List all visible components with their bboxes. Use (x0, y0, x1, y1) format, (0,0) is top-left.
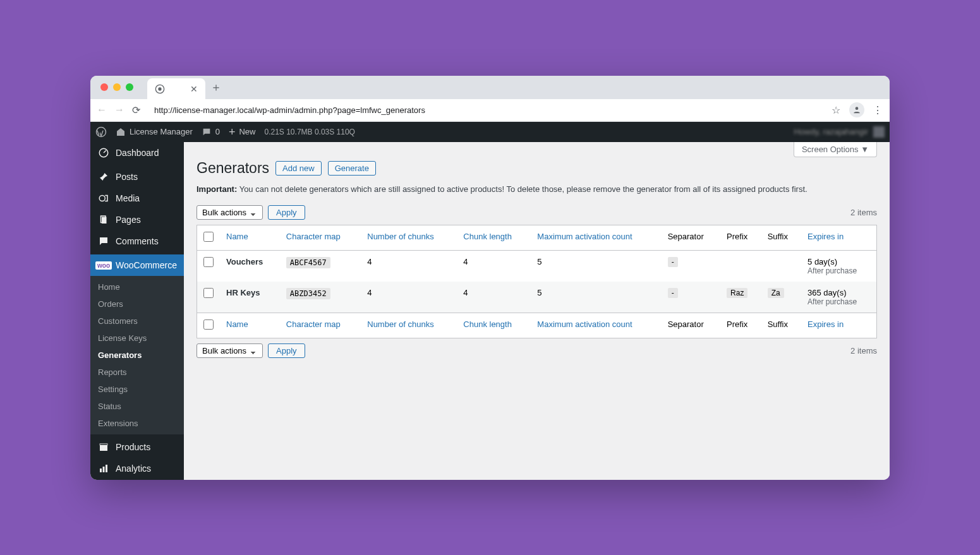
sidebar-item-media[interactable]: Media (90, 188, 184, 209)
apply-button[interactable]: Apply (268, 205, 305, 220)
submenu-item-generators[interactable]: Generators (90, 347, 184, 364)
tablenav-bottom: Bulk actions Apply 2 items (197, 343, 877, 358)
new-tab-button[interactable]: ＋ (210, 80, 222, 95)
svg-rect-8 (100, 445, 107, 451)
sidebar-item-analytics[interactable]: Analytics (90, 458, 184, 479)
user-avatar (873, 126, 885, 138)
svg-rect-11 (103, 467, 105, 472)
close-window-button[interactable] (100, 83, 108, 91)
submenu-item-license-keys[interactable]: License Keys (90, 330, 184, 347)
add-new-button[interactable]: Add new (275, 161, 322, 176)
profile-button[interactable] (849, 102, 864, 117)
row-name[interactable]: Vouchers (226, 257, 263, 266)
submenu-item-reports[interactable]: Reports (90, 364, 184, 381)
cell-maxact: 5 (531, 282, 661, 313)
woocommerce-submenu: Home Orders Customers License Keys Gener… (90, 276, 184, 434)
cell-chunks: 4 (361, 250, 457, 282)
select-all-checkbox-footer[interactable] (203, 319, 214, 330)
sidebar-item-products[interactable]: Products (90, 436, 184, 458)
browser-titlebar: ✕ ＋ (90, 76, 890, 99)
cell-separator: - (668, 257, 678, 267)
svg-rect-9 (100, 444, 107, 445)
column-chunklen[interactable]: Chunk length (457, 225, 531, 250)
sidebar-item-woocommerce[interactable]: woo WooCommerce (90, 254, 184, 276)
window-controls (100, 83, 133, 91)
column-chunks[interactable]: Number of chunks (361, 313, 457, 338)
row-checkbox[interactable] (203, 257, 214, 267)
column-charmap[interactable]: Character map (280, 225, 361, 250)
cell-expires-sub: After purchase (808, 266, 870, 275)
bulk-actions-select[interactable]: Bulk actions (197, 205, 263, 220)
reload-button[interactable]: ⟳ (132, 104, 140, 116)
row-name[interactable]: HR Keys (226, 288, 260, 297)
screen-options-button[interactable]: Screen Options ▼ (794, 142, 877, 157)
user-greeting[interactable]: Howdy, razajahangir (794, 126, 885, 138)
browser-window: ✕ ＋ ← → ⟳ ☆ ⋮ License Manager 0 (90, 76, 890, 480)
page-icon (98, 214, 109, 225)
sidebar-item-label: Comments (116, 236, 159, 246)
url-input[interactable] (148, 105, 823, 115)
submenu-item-settings[interactable]: Settings (90, 381, 184, 398)
cell-expires-sub: After purchase (808, 297, 870, 306)
table-footer-row: Name Character map Number of chunks Chun… (197, 313, 877, 338)
kebab-menu-icon[interactable]: ⋮ (872, 104, 883, 116)
performance-stats: 0.21S 10.7MB 0.03S 110Q (265, 128, 355, 136)
submenu-item-orders[interactable]: Orders (90, 295, 184, 313)
cell-charmap: ABZD3452 (286, 288, 330, 299)
close-tab-button[interactable]: ✕ (190, 84, 198, 94)
column-suffix: Suffix (761, 225, 801, 250)
column-expires[interactable]: Expires in (801, 225, 876, 250)
cell-expires: 5 day(s) (808, 257, 837, 266)
column-chunklen[interactable]: Chunk length (457, 313, 531, 338)
site-link[interactable]: License Manager (116, 127, 193, 137)
comment-count: 0 (215, 127, 220, 136)
star-icon[interactable]: ☆ (830, 104, 842, 116)
svg-point-2 (856, 107, 859, 110)
submenu-item-status[interactable]: Status (90, 398, 184, 415)
column-name[interactable]: Name (220, 313, 280, 338)
submenu-item-home[interactable]: Home (90, 278, 184, 295)
sidebar-item-pages[interactable]: Pages (90, 209, 184, 230)
column-maxact[interactable]: Maximum activation count (531, 225, 661, 250)
column-charmap[interactable]: Character map (280, 313, 361, 338)
generate-button[interactable]: Generate (328, 161, 376, 176)
column-prefix: Prefix (720, 225, 761, 250)
forward-button[interactable]: → (114, 104, 124, 116)
column-maxact[interactable]: Maximum activation count (531, 313, 661, 338)
comments-link[interactable]: 0 (202, 127, 220, 137)
column-chunks[interactable]: Number of chunks (361, 225, 457, 250)
sidebar-item-label: WooCommerce (116, 260, 177, 270)
column-prefix: Prefix (720, 313, 761, 338)
column-separator: Separator (662, 225, 720, 250)
minimize-window-button[interactable] (113, 83, 121, 91)
wp-logo[interactable] (95, 126, 107, 138)
cell-suffix (761, 250, 801, 282)
table-row: HR Keys ABZD3452 4 4 5 - Raz Za 365 day(… (197, 282, 877, 313)
items-count: 2 items (850, 208, 877, 217)
cell-prefix (720, 250, 761, 282)
column-expires[interactable]: Expires in (801, 313, 876, 338)
sidebar-item-dashboard[interactable]: Dashboard (90, 142, 184, 164)
back-button[interactable]: ← (97, 104, 107, 116)
table-row: Vouchers ABCF4567 4 4 5 - 5 day(s) After… (197, 250, 877, 282)
page-title: Generators (197, 160, 269, 177)
submenu-item-extensions[interactable]: Extensions (90, 415, 184, 432)
site-name: License Manager (130, 127, 193, 136)
select-all-checkbox[interactable] (203, 232, 214, 242)
browser-tab[interactable]: ✕ (147, 78, 205, 100)
column-separator: Separator (662, 313, 720, 338)
bulk-actions-select-bottom[interactable]: Bulk actions (197, 343, 263, 358)
sidebar-item-comments[interactable]: Comments (90, 230, 184, 252)
apply-button-bottom[interactable]: Apply (268, 343, 305, 358)
sidebar-item-label: Pages (116, 215, 141, 225)
cell-separator: - (668, 288, 678, 298)
maximize-window-button[interactable] (126, 83, 133, 91)
column-name[interactable]: Name (220, 225, 280, 250)
sidebar-item-posts[interactable]: Posts (90, 166, 184, 188)
submenu-item-customers[interactable]: Customers (90, 313, 184, 330)
browser-toolbar: ← → ⟳ ☆ ⋮ (90, 99, 890, 122)
row-checkbox[interactable] (203, 288, 214, 298)
sidebar-item-label: Dashboard (116, 148, 159, 158)
new-content-link[interactable]: + New (229, 127, 256, 136)
product-icon (98, 441, 109, 453)
